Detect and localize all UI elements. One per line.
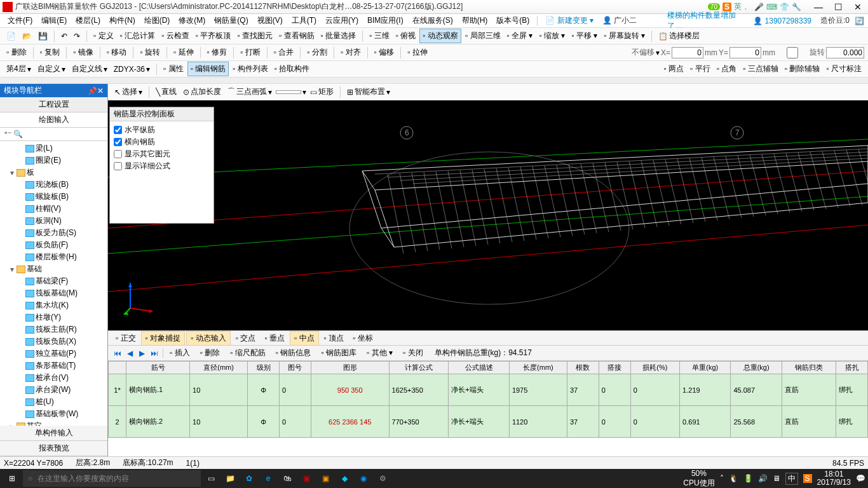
tab-single-input[interactable]: 单构件输入 [0,426,107,441]
aux-button[interactable]: ▫ 点角 [714,62,740,76]
column-header[interactable]: 公式描述 [449,362,510,374]
menu-item[interactable]: 构件(N) [105,14,139,27]
snap-button[interactable]: ▫ 坐标 [349,332,377,345]
toolbar-button[interactable]: ▫ 批量选择 [318,29,359,43]
component-button[interactable]: ▫ 属性 [161,62,186,76]
tree-node[interactable]: 集水坑(K) [0,299,107,311]
point-length-tool[interactable]: ⊙ 点加长度 [180,85,224,98]
edit-button[interactable]: ▫ 打断 [238,46,263,59]
rect-tool[interactable]: ▭ 矩形 [308,85,336,98]
menu-item[interactable]: 楼层(L) [72,14,104,27]
offset-x-input[interactable] [672,47,703,58]
menu-item[interactable]: 编辑(E) [37,14,71,27]
view-button[interactable]: ▫ 局部三维 [463,29,503,43]
menu-item[interactable]: 钢筋量(Q) [210,14,252,27]
view-button[interactable]: ▫ 动态观察 [419,29,461,43]
snap-button[interactable]: ▫ 垂点 [261,332,288,345]
snap-button[interactable]: ▫ 中点 [290,331,319,346]
aux-button[interactable]: ▫ 删除辅轴 [782,62,823,76]
menu-item[interactable]: 版本号(B) [492,14,533,27]
app-icon-6[interactable]: ◉ [355,470,372,487]
tree-node[interactable]: 独立基础(P) [0,348,107,360]
start-button[interactable]: ⊞ [3,470,22,487]
new-change-button[interactable]: 📄 新建变更 ▾ [541,14,597,27]
app-icon-2[interactable]: ✿ [240,470,258,487]
aux-button[interactable]: ▫ 平行 [688,62,713,76]
panel-checkbox[interactable]: 横向钢筋 [114,136,210,148]
menu-item[interactable]: BIM应用(I) [363,14,407,27]
column-header[interactable]: 钢筋归类 [782,362,836,374]
nav-next[interactable]: ▶ [137,349,147,358]
menu-item[interactable]: 云应用(Y) [322,14,362,27]
table-button[interactable]: ▫ 删除 [196,346,224,360]
nav-first[interactable]: ⏮ [112,349,123,358]
line-tool[interactable]: ╲ 直线 [153,85,179,98]
tree-node[interactable]: 筏板负筋(X) [0,336,107,348]
tree-node[interactable]: 圈梁(E) [0,154,107,166]
column-header[interactable]: 计算公式 [389,362,449,374]
tray-qq-icon[interactable]: 🐧 [729,474,738,483]
taskbar-search[interactable]: ○ 在这里输入你要搜索的内容 [23,470,201,487]
rotate-checkbox[interactable] [776,47,808,58]
nav-prev[interactable]: ◀ [125,349,135,358]
view-button[interactable]: ▫ 平移 ▾ [569,29,600,43]
component-button[interactable]: ▫ 编辑钢筋 [187,62,229,76]
column-header[interactable]: 单重(kg) [680,362,731,374]
minimize-button[interactable]: — [814,2,823,12]
panel-checkbox[interactable]: 水平纵筋 [114,124,210,136]
redo-button[interactable]: ↷ [71,30,83,42]
edit-button[interactable]: ▫ 修剪 [205,46,230,59]
tree-node[interactable]: 板负筋(F) [0,239,107,251]
tree-node[interactable]: ▾基础 [0,263,107,275]
arc-tool[interactable]: ⌒ 三点画弧 ▾ [225,85,275,98]
tree-node[interactable]: 板受力筋(S) [0,227,107,239]
snap-button[interactable]: ▫ 正交 [112,332,140,345]
tree-node[interactable]: 柱墩(Y) [0,311,107,323]
toolbar-button[interactable]: ▫ 汇总计算 [118,29,158,43]
tray-notifications-icon[interactable]: 💬 [856,474,865,483]
edit-button[interactable]: ▫ 合并 [271,46,297,59]
tray-ime-s[interactable]: S [803,474,812,483]
tree-node[interactable]: 板洞(N) [0,215,107,227]
tray-lang[interactable]: 中 [785,473,798,485]
table-button[interactable]: ▫ 钢筋图库 [317,346,360,360]
column-header[interactable]: 长度(mm) [509,362,567,374]
tree-node[interactable]: 桩(U) [0,396,107,408]
rebar-table[interactable]: 筋号直径(mm)级别图号图形计算公式公式描述长度(mm)根数搭接损耗(%)单重(… [108,361,868,456]
menu-item[interactable]: 在线服务(S) [409,14,457,27]
nav-last[interactable]: ⏭ [149,349,160,358]
save-file-button[interactable]: 💾 [36,30,50,42]
edit-button[interactable]: ▫ 镜像 [71,46,96,59]
table-button[interactable]: ▫ 插入 [166,346,194,360]
column-header[interactable]: 级别 [248,362,280,374]
aux-button[interactable]: ▫ 两点 [661,62,686,76]
edit-button[interactable]: ▫ 复制 [37,46,63,59]
tree-node[interactable]: ▾板 [0,166,107,179]
table-row[interactable]: 1*横向钢筋.110Φ0950 3501625+350净长+端头19753700… [109,374,868,406]
maximize-button[interactable]: ☐ [834,2,843,12]
toolbar-button[interactable]: ▫ 平齐板顶 [193,29,234,43]
viewport-3d[interactable]: 6 7 钢筋显示控制面板 水平纵筋横向钢筋显示其它图元显示详细公式 [108,100,868,330]
app-icon-3[interactable]: ▣ [297,470,315,487]
snap-button[interactable]: ▫ 交点 [232,332,260,345]
select-tool[interactable]: ↖ 选择 ▾ [112,85,145,98]
panel-checkbox[interactable]: 显示详细公式 [114,160,210,172]
view-button[interactable]: ▫ 三维 [367,29,392,43]
type-select[interactable]: 自定义线 ▾ [69,62,110,76]
sidebar-close-icon[interactable]: ✕ [97,86,104,95]
view-button[interactable]: ▫ 屏幕旋转 ▾ [601,29,648,43]
undo-button[interactable]: ↶ [58,30,70,42]
table-button[interactable]: ▫ 其他 ▾ [363,346,397,360]
user-switch[interactable]: 👤 广小二 [599,14,641,27]
tray-clock[interactable]: 18:012017/9/13 [817,470,851,487]
column-header[interactable]: 图形 [311,362,389,374]
tab-draw-input[interactable]: 绘图输入 [0,112,107,128]
code-select[interactable]: ZDYX-36 ▾ [111,64,153,75]
column-header[interactable]: 搭扎 [836,362,868,374]
snap-button[interactable]: ▫ 对象捕捉 [141,331,186,346]
close-button[interactable]: ✕ [854,2,862,12]
offset-y-input[interactable] [729,47,761,58]
tree-node[interactable]: 基础板带(W) [0,408,107,420]
toolbar-button[interactable]: ▫ 定义 [91,29,116,43]
refresh-icon[interactable]: 🔄 [855,17,864,25]
